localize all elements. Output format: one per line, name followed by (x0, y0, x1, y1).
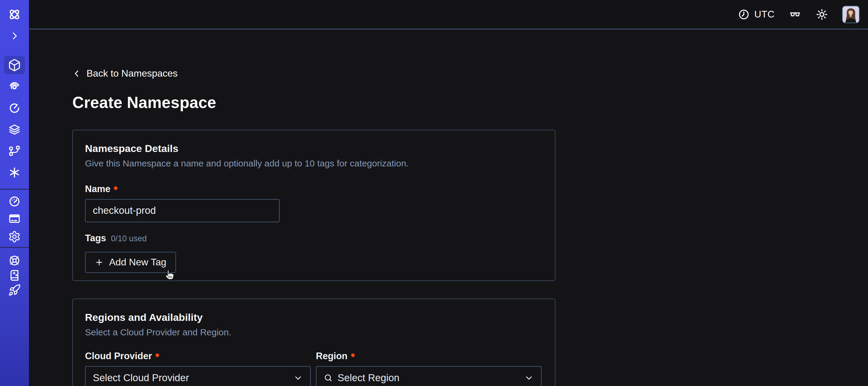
region-label: Region (316, 350, 347, 362)
card-title: Namespace Details (85, 142, 541, 155)
tags-counter: 0/10 used (111, 234, 147, 243)
temporal-logo-icon[interactable] (0, 8, 29, 21)
create-namespace-page: UTC (0, 0, 868, 386)
avatar-image (843, 6, 859, 23)
sidebar-item-settings[interactable] (0, 230, 29, 243)
card-subtitle: Select a Cloud Provider and Region. (85, 326, 541, 338)
billing-card-icon (8, 212, 21, 225)
sun-icon (815, 8, 828, 21)
region-placeholder: Select Region (338, 372, 399, 384)
theme-toggle-button[interactable] (815, 8, 828, 21)
name-field-label: Name (85, 183, 110, 195)
user-avatar[interactable] (842, 6, 860, 23)
sidebar (0, 0, 29, 386)
nexus-asterisk-icon (8, 166, 21, 179)
sidebar-item-pipelines[interactable] (0, 144, 29, 158)
docs-book-icon (8, 269, 21, 281)
tags-label: Tags (85, 233, 106, 244)
cloud-provider-placeholder: Select Cloud Provider (93, 372, 189, 384)
add-new-tag-button[interactable]: Add New Tag (85, 252, 176, 273)
region-select[interactable]: Select Region (316, 366, 541, 386)
labs-toggle-button[interactable] (788, 8, 802, 21)
sidebar-item-getting-started[interactable] (0, 284, 29, 297)
support-lifebuoy-icon (8, 254, 21, 267)
sidebar-item-docs[interactable] (0, 269, 29, 282)
sidebar-item-billing[interactable] (0, 212, 29, 225)
sidebar-item-support[interactable] (0, 254, 29, 267)
required-dot (351, 353, 355, 357)
clock-icon (738, 8, 750, 21)
schedules-timer-icon (8, 101, 21, 114)
chevron-down-icon (293, 373, 303, 383)
namespaces-cube-icon (8, 59, 21, 72)
cloud-provider-select[interactable]: Select Cloud Provider (85, 366, 311, 386)
back-link-label: Back to Namespaces (87, 68, 178, 79)
cloud-provider-label: Cloud Provider (85, 350, 152, 362)
pipelines-branch-icon (8, 145, 21, 157)
settings-gear-icon (8, 230, 21, 243)
sidebar-item-nexus[interactable] (0, 166, 29, 179)
sidebar-divider (0, 189, 29, 190)
sidebar-divider (0, 247, 29, 248)
namespace-details-card: Namespace Details Give this Namespace a … (72, 130, 555, 281)
deployments-layers-icon (8, 123, 21, 136)
add-new-tag-label: Add New Tag (109, 257, 166, 268)
sidebar-item-workflows[interactable] (0, 80, 29, 93)
sidebar-item-schedules[interactable] (0, 101, 29, 115)
search-icon (324, 373, 333, 382)
workflows-spiral-icon (8, 80, 21, 93)
timezone-label: UTC (754, 9, 775, 20)
required-dot (156, 353, 159, 357)
usage-gauge-icon (8, 195, 21, 208)
page-title: Create Namespace (72, 93, 555, 112)
card-subtitle: Give this Namespace a name and optionall… (85, 157, 541, 170)
sidebar-item-deployments[interactable] (0, 123, 29, 136)
card-title: Regions and Availability (85, 310, 541, 324)
sidebar-item-usage[interactable] (0, 195, 29, 208)
chevron-down-icon (524, 373, 534, 383)
required-dot (114, 186, 118, 190)
namespace-name-input[interactable] (85, 199, 280, 222)
topbar: UTC (29, 0, 868, 30)
chevron-left-icon (72, 69, 82, 78)
timezone-selector[interactable]: UTC (738, 8, 775, 21)
sidebar-item-namespaces[interactable] (0, 56, 29, 74)
plus-icon (95, 258, 104, 267)
cloud-provider-field: Cloud Provider Select Cloud Provider (85, 350, 311, 386)
regions-availability-card: Regions and Availability Select a Cloud … (72, 299, 555, 386)
glasses-icon (788, 8, 802, 21)
main-content: Back to Namespaces Create Namespace Name… (29, 30, 868, 386)
getting-started-rocket-icon (8, 284, 21, 296)
region-field: Region Select Region (316, 350, 541, 386)
back-to-namespaces-link[interactable]: Back to Namespaces (72, 68, 178, 79)
expand-sidebar-chevron-icon[interactable] (0, 30, 29, 42)
